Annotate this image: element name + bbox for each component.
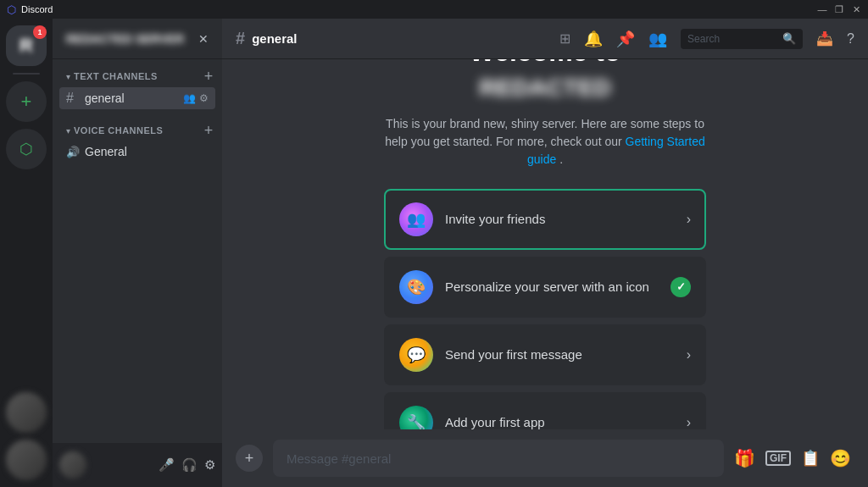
- gif-button[interactable]: GIF: [765, 451, 791, 466]
- personalize-label: Personalize your server with an icon: [445, 279, 659, 294]
- onboarding-list: 👥 Invite your friends › 🎨 Personalize yo…: [384, 189, 706, 430]
- channel-name-voice-general: General: [85, 145, 209, 158]
- blurred-server-1[interactable]: [6, 392, 47, 433]
- channel-header-title: general: [252, 31, 297, 46]
- message-bar: + 🎁 GIF 📋 😊: [222, 429, 868, 487]
- channel-hash-icon: #: [236, 29, 245, 48]
- discover-servers-button[interactable]: ⬡: [6, 129, 47, 169]
- channel-list: REDACTED SERVER ✕ ▾ TEXT CHANNELS + # ge…: [53, 19, 222, 487]
- app-title: Discord: [21, 4, 53, 14]
- voice-channels-label: VOICE CHANNELS: [74, 125, 163, 136]
- channel-name-general: general: [85, 91, 178, 105]
- server-header[interactable]: REDACTED SERVER ✕: [53, 19, 222, 59]
- blurred-server-2[interactable]: [6, 440, 47, 480]
- user-settings-icon[interactable]: ⚙: [204, 457, 215, 473]
- message-toolbar-icons: 🎁 GIF 📋 😊: [734, 448, 854, 468]
- restore-button[interactable]: ❐: [834, 4, 844, 14]
- app-emoji: 🔧: [407, 413, 426, 430]
- personalize-emoji: 🎨: [407, 278, 426, 296]
- invite-emoji: 👥: [407, 210, 426, 229]
- window-controls: — ❐ ✕: [817, 4, 861, 14]
- invite-chevron-icon: ›: [687, 212, 691, 227]
- welcome-description: This is your brand new, shiny server. He…: [376, 115, 715, 169]
- onboarding-item-message[interactable]: 💬 Send your first message ›: [384, 324, 706, 385]
- text-channels-section: ▾ TEXT CHANNELS + # general 👥 ⚙: [53, 59, 222, 113]
- search-input[interactable]: [687, 33, 777, 45]
- user-panel: 🎤 🎧 ⚙: [53, 443, 222, 487]
- app: R 1 + ⬡ REDACTED SERVER ✕ ▾: [0, 19, 868, 487]
- channel-header: # general ⊞ 🔔 📌 👥 🔍 📥 ?: [222, 19, 868, 59]
- title-left: ⬡ Discord: [7, 3, 53, 16]
- plus-icon: +: [21, 91, 32, 113]
- message-add-button[interactable]: +: [236, 445, 263, 472]
- message-chevron-icon: ›: [687, 347, 691, 362]
- app-chevron-icon: ›: [687, 415, 691, 430]
- chevron-icon-text: ▾: [66, 72, 70, 81]
- server-name: REDACTED SERVER: [66, 32, 184, 46]
- main-content: # general ⊞ 🔔 📌 👥 🔍 📥 ? Welcome to REDAC…: [222, 19, 868, 487]
- members-list-icon[interactable]: 👥: [648, 30, 667, 48]
- sticker-icon[interactable]: 📋: [801, 449, 820, 468]
- pin-icon[interactable]: 📌: [616, 30, 635, 48]
- invite-friends-label: Invite your friends: [445, 212, 675, 226]
- server-divider: [13, 73, 40, 75]
- threads-icon[interactable]: ⊞: [559, 30, 570, 47]
- message-emoji: 💬: [407, 346, 426, 364]
- voice-channels-section: ▾ VOICE CHANNELS + 🔊 General: [53, 113, 222, 166]
- server-icon-main[interactable]: R 1: [6, 25, 47, 66]
- hash-icon: #: [66, 91, 80, 106]
- server-list: R 1 + ⬡: [0, 19, 53, 487]
- channel-item-general[interactable]: # general 👥 ⚙: [59, 87, 215, 109]
- onboarding-item-invite[interactable]: 👥 Invite your friends ›: [384, 189, 706, 250]
- add-text-channel-button[interactable]: +: [202, 69, 215, 83]
- add-server-button[interactable]: +: [6, 81, 47, 122]
- minimize-button[interactable]: —: [817, 4, 827, 14]
- deafen-icon[interactable]: 🎧: [181, 457, 198, 473]
- text-channels-label: TEXT CHANNELS: [74, 71, 158, 81]
- mute-icon[interactable]: 🎤: [159, 457, 175, 473]
- add-voice-channel-button[interactable]: +: [202, 124, 215, 137]
- title-bar: ⬡ Discord — ❐ ✕: [0, 0, 868, 19]
- message-icon: 💬: [399, 338, 433, 372]
- discover-icon: ⬡: [19, 140, 33, 158]
- speaker-icon: 🔊: [66, 146, 80, 158]
- welcome-area: Welcome to REDACTED This is your brand n…: [222, 59, 868, 429]
- chevron-icon-voice: ▾: [66, 126, 70, 136]
- blurred-servers: [6, 392, 47, 480]
- welcome-title: Welcome to: [470, 59, 621, 68]
- help-icon[interactable]: ?: [847, 31, 854, 47]
- search-icon: 🔍: [782, 32, 796, 45]
- personalize-check-icon: ✓: [670, 277, 691, 297]
- close-button[interactable]: ✕: [851, 4, 861, 14]
- members-icon[interactable]: 👥: [183, 92, 196, 104]
- message-input-box[interactable]: [273, 440, 724, 477]
- user-avatar: [59, 451, 86, 479]
- onboarding-item-personalize[interactable]: 🎨 Personalize your server with an icon ✓: [384, 257, 706, 318]
- app-icon: 🔧: [399, 406, 433, 430]
- gift-icon[interactable]: 🎁: [734, 448, 755, 468]
- channel-item-voice-general[interactable]: 🔊 General: [59, 141, 215, 162]
- voice-channels-header[interactable]: ▾ VOICE CHANNELS +: [53, 120, 222, 141]
- inbox-icon[interactable]: 📥: [816, 30, 833, 47]
- voice-channels-label-group: ▾ VOICE CHANNELS: [66, 125, 163, 136]
- add-icon: +: [245, 450, 254, 468]
- message-input[interactable]: [287, 451, 710, 466]
- emoji-icon[interactable]: 😊: [830, 448, 851, 468]
- text-channels-label-group: ▾ TEXT CHANNELS: [66, 71, 158, 81]
- notification-badge: 1: [33, 25, 47, 39]
- channel-actions: 👥 ⚙: [183, 92, 209, 104]
- onboarding-item-app[interactable]: 🔧 Add your first app ›: [384, 392, 706, 430]
- app-label: Add your first app: [445, 415, 675, 429]
- invite-friends-icon: 👥: [399, 202, 433, 236]
- welcome-server-name: REDACTED: [479, 75, 611, 102]
- search-bar[interactable]: 🔍: [681, 29, 803, 49]
- header-icons: ⊞ 🔔 📌 👥 🔍 📥 ?: [559, 29, 854, 49]
- personalize-icon: 🎨: [399, 270, 433, 304]
- settings-icon[interactable]: ⚙: [199, 92, 209, 104]
- text-channels-header[interactable]: ▾ TEXT CHANNELS +: [53, 66, 222, 86]
- notification-icon[interactable]: 🔔: [584, 30, 603, 48]
- message-label: Send your first message: [445, 347, 675, 362]
- welcome-description-end: .: [559, 152, 563, 166]
- discord-logo-icon: ⬡: [7, 3, 16, 16]
- chevron-down-icon: ✕: [198, 32, 209, 46]
